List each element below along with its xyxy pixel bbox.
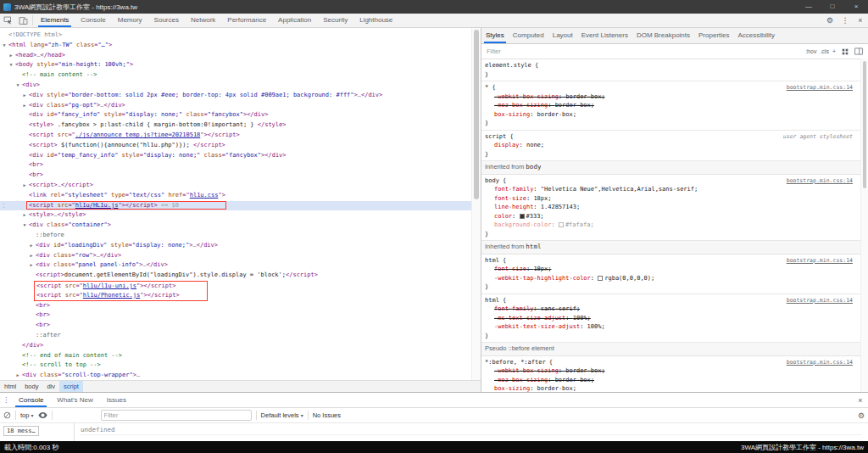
computed-sidebar-toggle-icon[interactable] xyxy=(853,48,865,55)
elements-scrollbar[interactable] xyxy=(471,28,481,381)
dom-tree-row[interactable]: <script src="./js/announce_temp.js?time=… xyxy=(0,131,472,141)
css-property[interactable]: -moz-box-sizing: border-box; xyxy=(485,376,858,385)
sidebar-tab-styles[interactable]: Styles xyxy=(481,28,509,43)
dom-tree-row[interactable]: ::after xyxy=(0,331,472,341)
css-property[interactable]: display: none; xyxy=(485,141,858,150)
dom-tree-row[interactable]: <!-- main content --> xyxy=(0,70,472,81)
color-swatch[interactable] xyxy=(520,214,525,219)
dom-tree-row[interactable]: <link rel="stylesheet" type="text/css" h… xyxy=(0,191,472,201)
css-selector[interactable]: *:before, *:after xyxy=(485,359,546,366)
css-selector[interactable]: html xyxy=(485,297,499,304)
styles-filter-input[interactable] xyxy=(485,47,801,56)
taskbar-app-title[interactable]: 3WA網頁設計教學工作室 - https://3wa.tw xyxy=(741,443,864,452)
drawer-close-icon[interactable]: × xyxy=(853,396,868,405)
tree-expand-arrow-icon[interactable]: ▼ xyxy=(8,60,14,70)
css-property[interactable]: box-sizing: border-box; xyxy=(485,110,858,120)
dom-tree-row[interactable]: <style> .fancybox > p:last-child { margi… xyxy=(0,120,472,131)
grid-icon[interactable] xyxy=(840,48,850,55)
css-property[interactable]: -webkit-text-size-adjust: 100%; xyxy=(485,322,858,332)
css-selector[interactable]: body xyxy=(485,177,499,184)
inherited-node-link[interactable]: html xyxy=(526,243,541,250)
dom-tree-row[interactable]: <!-- scroll to top --> xyxy=(0,361,472,371)
dom-tree-row[interactable]: <!DOCTYPE html> xyxy=(0,31,472,41)
styles-scrollbar[interactable] xyxy=(860,59,868,392)
tree-expand-arrow-icon[interactable]: ▶ xyxy=(21,101,28,111)
settings-gear-icon[interactable]: ⚙ xyxy=(822,14,837,27)
dom-tree-row[interactable]: <br> xyxy=(0,321,472,331)
css-property[interactable]: -webkit-box-sizing: border-box; xyxy=(485,92,858,102)
css-property[interactable]: -webkit-tap-highlight-color: rgba(0,0,0,… xyxy=(485,274,858,283)
css-property[interactable]: -webkit-box-sizing: border-box; xyxy=(485,366,858,376)
tab-console[interactable]: Console xyxy=(75,14,111,27)
stylesheet-link[interactable]: bootstrap.min.css:14 xyxy=(787,256,853,266)
css-property[interactable]: font-family: "Helvetica Neue",Helvetica,… xyxy=(485,185,858,194)
color-swatch[interactable] xyxy=(559,222,564,227)
css-property[interactable]: box-sizing: border-box; xyxy=(485,384,858,392)
breadcrumb-item-html[interactable]: html xyxy=(0,381,20,392)
dom-tree-row[interactable]: ▶<div id="loadingDiv" style="display: no… xyxy=(0,241,472,251)
dom-tree-row[interactable]: ▶<div class="panel panel-info">…</div> xyxy=(0,260,472,271)
tree-expand-arrow-icon[interactable]: ▼ xyxy=(1,41,8,51)
dom-tree-row[interactable]: ▶<div class="row">…</div> xyxy=(0,251,472,261)
css-selector[interactable]: script xyxy=(485,133,506,140)
tab-elements[interactable]: Elements xyxy=(35,14,75,27)
css-property[interactable]: color: #333; xyxy=(485,212,858,221)
dom-tree-row[interactable]: <div id="fancy_info" style="display: non… xyxy=(0,110,472,120)
tree-expand-arrow-icon[interactable]: ▼ xyxy=(21,221,28,231)
css-property[interactable]: background-color: #fafafa; xyxy=(485,221,858,230)
color-swatch[interactable] xyxy=(598,276,603,281)
more-options-icon[interactable]: ⋮ xyxy=(837,14,853,27)
console-tab-issues[interactable]: Issues xyxy=(100,394,133,407)
tab-performance[interactable]: Performance xyxy=(221,14,272,27)
console-tab-what-s-new[interactable]: What's New xyxy=(50,394,99,407)
console-filter-input[interactable] xyxy=(101,410,252,421)
css-property[interactable]: -ms-text-size-adjust: 100%; xyxy=(485,314,858,323)
dom-tree-row[interactable]: ▼<div> xyxy=(0,81,472,91)
css-property[interactable]: line-height: 1.42857143; xyxy=(485,203,858,212)
element-classes-button[interactable]: .cls xyxy=(818,48,831,54)
dom-tree-row[interactable]: <br> xyxy=(0,160,472,171)
breadcrumb-item-script[interactable]: script xyxy=(59,381,83,392)
tab-lighthouse[interactable]: Lighthouse xyxy=(353,14,398,27)
dom-tree-row[interactable]: ⋮<script src="hl1u/HL1u.js"></script> ==… xyxy=(0,201,472,211)
tree-expand-arrow-icon[interactable]: ▶ xyxy=(28,260,35,271)
node-menu-icon[interactable]: ⋮ xyxy=(1,201,7,211)
dom-tree-row[interactable]: ::before xyxy=(0,231,472,241)
tree-expand-arrow-icon[interactable]: ▶ xyxy=(21,210,28,221)
inspect-element-icon[interactable] xyxy=(0,16,15,25)
console-sidebar-item[interactable]: 18 mess… xyxy=(3,426,39,436)
tree-expand-arrow-icon[interactable]: ▶ xyxy=(28,241,35,251)
close-button[interactable]: × xyxy=(844,0,868,14)
dom-tree-row[interactable]: ▶<div style="border-bottom: solid 2px #e… xyxy=(0,91,472,101)
sidebar-tab-accessibility[interactable]: Accessibility xyxy=(734,28,780,43)
tab-memory[interactable]: Memory xyxy=(112,14,148,27)
tree-expand-arrow-icon[interactable]: ▶ xyxy=(21,181,28,191)
clear-console-icon[interactable] xyxy=(3,411,11,419)
dom-tree-row[interactable]: <script src="hl1u/Phonetic.js"></script> xyxy=(0,291,472,301)
inherited-node-link[interactable]: body xyxy=(526,163,541,171)
tree-expand-arrow-icon[interactable]: ▼ xyxy=(14,81,21,91)
dom-tree-row[interactable]: <br> xyxy=(0,171,472,181)
css-selector[interactable]: * xyxy=(485,84,488,91)
tree-expand-arrow-icon[interactable]: ▶ xyxy=(8,51,14,61)
scrollbar-thumb[interactable] xyxy=(474,30,479,199)
dom-tree-row[interactable]: ▶<script>…</script> xyxy=(0,181,472,191)
new-style-rule-button[interactable]: + xyxy=(831,48,837,54)
dom-tree-row[interactable]: <!-- end of main content --> xyxy=(0,351,472,361)
minimize-button[interactable]: — xyxy=(797,0,821,14)
tab-application[interactable]: Application xyxy=(272,14,317,27)
css-property[interactable]: font-size: 10px; xyxy=(485,265,858,274)
sidebar-tab-dom-breakpoints[interactable]: DOM Breakpoints xyxy=(632,28,694,43)
sidebar-tab-properties[interactable]: Properties xyxy=(694,28,733,43)
dom-tree-row[interactable]: ▶<div class="pg-opt">…</div> xyxy=(0,101,472,111)
dom-tree-row[interactable]: <br> xyxy=(0,301,472,311)
dom-tree-row[interactable]: ▼<html lang="zh-TW" class="…"> xyxy=(0,41,472,51)
css-property[interactable]: -moz-box-sizing: border-box; xyxy=(485,101,858,110)
css-selector[interactable]: element.style xyxy=(485,62,531,69)
pseudo-state-button[interactable]: :hov xyxy=(804,48,818,54)
dom-tree-row[interactable]: ▶<style>…</style> xyxy=(0,210,472,221)
dom-tree-row[interactable]: ▼<body style="min-height: 100vh;"> xyxy=(0,60,472,70)
dom-tree-row[interactable]: <br> xyxy=(0,310,472,321)
tab-sources[interactable]: Sources xyxy=(148,14,185,27)
tree-expand-arrow-icon[interactable]: ▶ xyxy=(21,91,28,101)
